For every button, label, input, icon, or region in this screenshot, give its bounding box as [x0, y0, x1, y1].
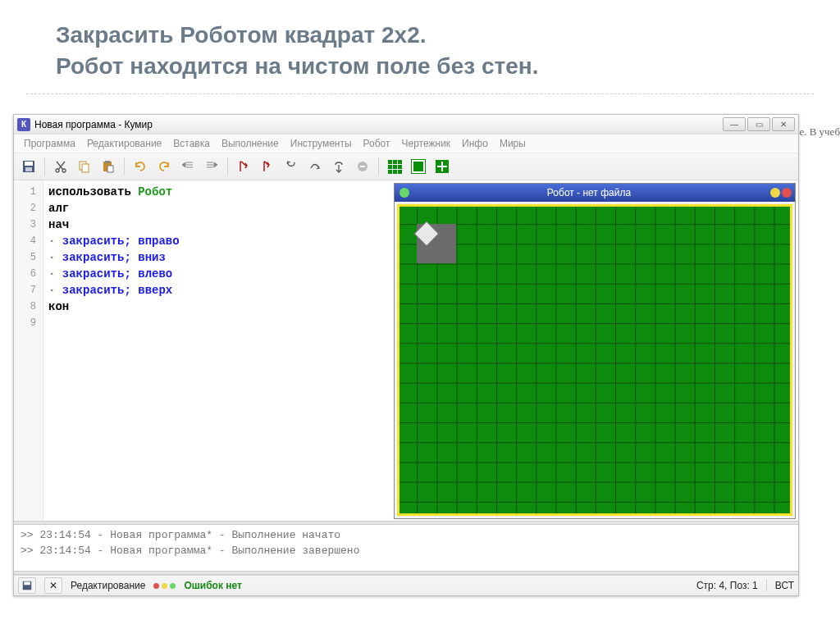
slide-title: Закрасить Роботом квадрат 2х2. Робот нах… [0, 0, 840, 90]
window-titlebar[interactable]: К Новая программа - Кумир — ▭ ✕ [14, 115, 798, 134]
menu-robot[interactable]: Робот [358, 136, 395, 151]
svg-rect-8 [82, 164, 89, 172]
line-number-gutter: 1 2 3 4 5 6 7 8 9 [14, 180, 43, 521]
run-big-icon[interactable] [233, 156, 254, 177]
painted-cell [436, 224, 456, 244]
line-number: 4 [14, 233, 43, 249]
line-number: 8 [14, 299, 43, 315]
output-console[interactable]: >> 23:14:54 - Новая программа* - Выполне… [14, 525, 798, 571]
svg-rect-2 [25, 167, 32, 171]
window-title: Новая программа - Кумир [34, 119, 153, 130]
copy-icon[interactable] [74, 156, 95, 177]
sb-save-icon[interactable] [18, 577, 36, 594]
close-button[interactable]: ✕ [772, 117, 795, 131]
app-window: К Новая программа - Кумир — ▭ ✕ Программ… [13, 114, 799, 596]
line-number: 1 [14, 184, 43, 200]
sb-insert-mode: ВСТ [775, 580, 794, 591]
menu-worlds[interactable]: Миры [495, 136, 531, 151]
statusbar: ✕ Редактирование Ошибок нет Стр: 4, Поз:… [14, 575, 798, 595]
menu-editing[interactable]: Редактирование [82, 136, 167, 151]
line-number: 7 [14, 282, 43, 299]
cut-icon[interactable] [50, 156, 71, 177]
maximize-button[interactable]: ▭ [747, 117, 770, 131]
grid-icon[interactable] [384, 156, 405, 177]
svg-marker-15 [182, 162, 185, 167]
console-line: >> 23:14:54 - Новая программа* - Выполне… [21, 528, 792, 544]
robot-grid [397, 204, 792, 516]
svg-rect-1 [25, 162, 33, 166]
run-small-icon[interactable] [257, 156, 278, 177]
stop-icon[interactable] [352, 156, 373, 177]
svg-rect-21 [360, 166, 365, 167]
svg-rect-10 [105, 161, 110, 163]
robot-titlebar[interactable]: Робот - нет файла [395, 184, 795, 202]
svg-marker-19 [214, 162, 217, 167]
square-icon[interactable] [408, 156, 429, 177]
line-number: 2 [14, 200, 43, 217]
line-number: 9 [14, 315, 43, 331]
menu-info[interactable]: Инфо [457, 136, 493, 151]
menu-tools[interactable]: Инструменты [285, 136, 357, 151]
new-env-icon[interactable] [431, 156, 453, 177]
line-number: 5 [14, 249, 43, 266]
svg-point-6 [62, 169, 66, 172]
slide-title-line2: Робот находится на чистом поле без стен. [56, 53, 538, 79]
step-in-icon[interactable] [281, 156, 302, 177]
robot-window[interactable]: Робот - нет файла [394, 183, 796, 519]
painted-cell [417, 244, 436, 263]
painted-cell [436, 244, 456, 263]
toolbar [14, 153, 798, 180]
window-controls: — ▭ ✕ [723, 117, 795, 131]
svg-rect-11 [107, 166, 113, 172]
step-out-icon[interactable] [328, 156, 349, 177]
indent-left-icon[interactable] [177, 156, 199, 177]
sb-errors: Ошибок нет [184, 580, 241, 591]
robot-field[interactable] [397, 204, 792, 516]
step-over-icon[interactable] [304, 156, 326, 177]
line-number: 3 [14, 217, 43, 233]
sb-position: Стр: 4, Поз: 1 [696, 580, 758, 591]
save-icon[interactable] [18, 156, 39, 177]
menu-execution[interactable]: Выполнение [217, 136, 284, 151]
svg-point-5 [56, 169, 59, 172]
indent-right-icon[interactable] [201, 156, 222, 177]
sb-mode: Редактирование [71, 580, 145, 591]
robot-win-dot-red[interactable] [782, 188, 792, 198]
paste-icon[interactable] [98, 156, 119, 177]
console-line: >> 23:14:54 - Новая программа* - Выполне… [21, 544, 792, 559]
slide-title-line1: Закрасить Роботом квадрат 2х2. [56, 22, 427, 48]
line-number: 6 [14, 266, 43, 282]
menu-insert[interactable]: Вставка [168, 136, 215, 151]
redo-icon[interactable] [153, 156, 175, 177]
sb-close-icon[interactable]: ✕ [44, 577, 62, 594]
editor-area: 1 2 3 4 5 6 7 8 9 использовать Робот алг… [14, 180, 798, 521]
robot-window-title: Робот - нет файла [409, 187, 769, 198]
minimize-button[interactable]: — [723, 117, 746, 131]
svg-rect-23 [24, 582, 30, 586]
robot-win-dot-green[interactable] [399, 188, 409, 198]
menu-drafter[interactable]: Чертежник [397, 136, 456, 151]
title-divider [26, 93, 814, 94]
robot-win-dot-yellow[interactable] [770, 188, 780, 198]
menubar: Программа Редактирование Вставка Выполне… [14, 134, 798, 153]
traffic-light-icon [153, 583, 176, 589]
menu-program[interactable]: Программа [19, 136, 80, 151]
app-icon: К [17, 118, 30, 131]
undo-icon[interactable] [130, 156, 151, 177]
